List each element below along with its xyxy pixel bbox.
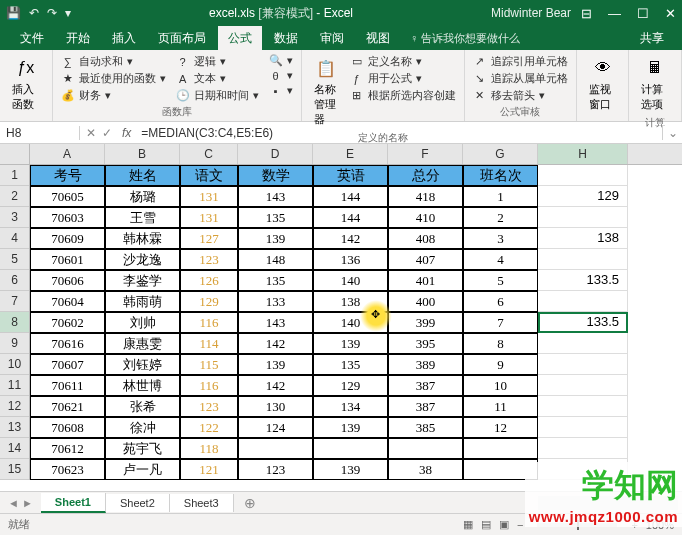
cell[interactable]: 徐冲 xyxy=(105,417,180,438)
cell[interactable]: 123 xyxy=(238,459,313,480)
cell[interactable]: 143 xyxy=(238,186,313,207)
cell[interactable]: 131 xyxy=(180,207,238,228)
tab-home[interactable]: 开始 xyxy=(56,26,100,51)
table-header[interactable]: 语文 xyxy=(180,165,238,186)
cell[interactable]: 129 xyxy=(180,291,238,312)
cell[interactable]: 139 xyxy=(238,354,313,375)
cell[interactable]: 12 xyxy=(463,417,538,438)
qat-more-icon[interactable]: ▾ xyxy=(65,6,71,20)
cell[interactable]: 387 xyxy=(388,396,463,417)
table-header[interactable]: 姓名 xyxy=(105,165,180,186)
row-header[interactable]: 5 xyxy=(0,249,29,270)
tab-insert[interactable]: 插入 xyxy=(102,26,146,51)
cell[interactable]: 康惠雯 xyxy=(105,333,180,354)
row-header[interactable]: 3 xyxy=(0,207,29,228)
cell[interactable]: 张希 xyxy=(105,396,180,417)
cell[interactable]: 123 xyxy=(180,249,238,270)
remove-arrows-button[interactable]: ✕移去箭头 ▾ xyxy=(473,88,568,103)
cell[interactable]: 116 xyxy=(180,375,238,396)
cell[interactable] xyxy=(538,396,628,417)
cell[interactable]: 70612 xyxy=(30,438,105,459)
cell[interactable]: 9 xyxy=(463,354,538,375)
col-header[interactable]: E xyxy=(313,144,388,164)
cell[interactable]: 418 xyxy=(388,186,463,207)
cell[interactable]: 沙龙逸 xyxy=(105,249,180,270)
cell[interactable]: 2 xyxy=(463,207,538,228)
prev-sheet-icon[interactable]: ◄ xyxy=(8,497,19,509)
cell[interactable]: 148 xyxy=(238,249,313,270)
cell[interactable]: 133.5 xyxy=(538,312,628,333)
page-break-icon[interactable]: ▣ xyxy=(499,518,509,531)
cell[interactable]: 卢一凡 xyxy=(105,459,180,480)
cell[interactable]: 389 xyxy=(388,354,463,375)
sheet-tab[interactable]: Sheet1 xyxy=(41,493,106,513)
cell[interactable]: 70608 xyxy=(30,417,105,438)
row-header[interactable]: 7 xyxy=(0,291,29,312)
cell[interactable]: 140 xyxy=(313,312,388,333)
col-header[interactable]: D xyxy=(238,144,313,164)
row-header[interactable]: 9 xyxy=(0,333,29,354)
cell[interactable]: 129 xyxy=(538,186,628,207)
cell[interactable]: 李鉴学 xyxy=(105,270,180,291)
name-manager-button[interactable]: 📋 名称管理器 xyxy=(310,54,342,129)
row-header[interactable]: 12 xyxy=(0,396,29,417)
cell[interactable]: 122 xyxy=(180,417,238,438)
table-header[interactable]: 考号 xyxy=(30,165,105,186)
select-all-corner[interactable] xyxy=(0,144,30,165)
table-header[interactable]: 英语 xyxy=(313,165,388,186)
cell[interactable] xyxy=(238,438,313,459)
tab-file[interactable]: 文件 xyxy=(10,26,54,51)
create-from-sel-button[interactable]: ⊞根据所选内容创建 xyxy=(350,88,456,103)
maximize-icon[interactable]: ☐ xyxy=(637,6,649,21)
cell[interactable] xyxy=(463,438,538,459)
cell[interactable]: 林世博 xyxy=(105,375,180,396)
name-box[interactable]: H8 xyxy=(0,126,80,140)
cell[interactable]: 70603 xyxy=(30,207,105,228)
zoom-out-icon[interactable]: − xyxy=(517,519,523,531)
col-header[interactable]: F xyxy=(388,144,463,164)
cell[interactable]: 387 xyxy=(388,375,463,396)
col-header[interactable]: A xyxy=(30,144,105,164)
cell[interactable]: 6 xyxy=(463,291,538,312)
cell[interactable]: 121 xyxy=(180,459,238,480)
calc-options-button[interactable]: 🖩 计算选项 xyxy=(637,54,673,114)
cell[interactable]: 407 xyxy=(388,249,463,270)
ribbon-collapse-icon[interactable]: ⊟ xyxy=(581,6,592,21)
cell[interactable]: 395 xyxy=(388,333,463,354)
cell[interactable]: 70611 xyxy=(30,375,105,396)
save-icon[interactable]: 💾 xyxy=(6,6,21,20)
cell[interactable]: 70607 xyxy=(30,354,105,375)
tell-me[interactable]: ♀ 告诉我你想要做什么 xyxy=(410,31,520,46)
col-header[interactable]: G xyxy=(463,144,538,164)
define-name-button[interactable]: ▭定义名称 ▾ xyxy=(350,54,456,69)
cell[interactable]: 10 xyxy=(463,375,538,396)
user-name[interactable]: Midwinter Bear xyxy=(491,6,571,20)
cell[interactable]: 70604 xyxy=(30,291,105,312)
cell[interactable]: 400 xyxy=(388,291,463,312)
cell[interactable] xyxy=(388,438,463,459)
math-button[interactable]: θ▾ xyxy=(269,69,293,82)
tab-formulas[interactable]: 公式 xyxy=(218,26,262,51)
cell[interactable] xyxy=(538,354,628,375)
tab-layout[interactable]: 页面布局 xyxy=(148,26,216,51)
row-header[interactable]: 1 xyxy=(0,165,29,186)
cell[interactable]: 70616 xyxy=(30,333,105,354)
cell[interactable]: 127 xyxy=(180,228,238,249)
lookup-button[interactable]: 🔍▾ xyxy=(269,54,293,67)
more-fn-button[interactable]: ▪▾ xyxy=(269,84,293,97)
cell[interactable]: 123 xyxy=(180,396,238,417)
cell[interactable]: 129 xyxy=(313,375,388,396)
row-header[interactable]: 13 xyxy=(0,417,29,438)
cell[interactable]: 115 xyxy=(180,354,238,375)
row-header[interactable]: 14 xyxy=(0,438,29,459)
cell[interactable] xyxy=(538,438,628,459)
cell[interactable]: 70605 xyxy=(30,186,105,207)
cell[interactable]: 韩雨萌 xyxy=(105,291,180,312)
table-header[interactable]: 总分 xyxy=(388,165,463,186)
cell[interactable]: 139 xyxy=(313,417,388,438)
minimize-icon[interactable]: ― xyxy=(608,6,621,21)
page-layout-icon[interactable]: ▤ xyxy=(481,518,491,531)
cell[interactable]: 139 xyxy=(313,333,388,354)
formula-input[interactable] xyxy=(135,126,662,140)
cell[interactable]: 142 xyxy=(313,228,388,249)
